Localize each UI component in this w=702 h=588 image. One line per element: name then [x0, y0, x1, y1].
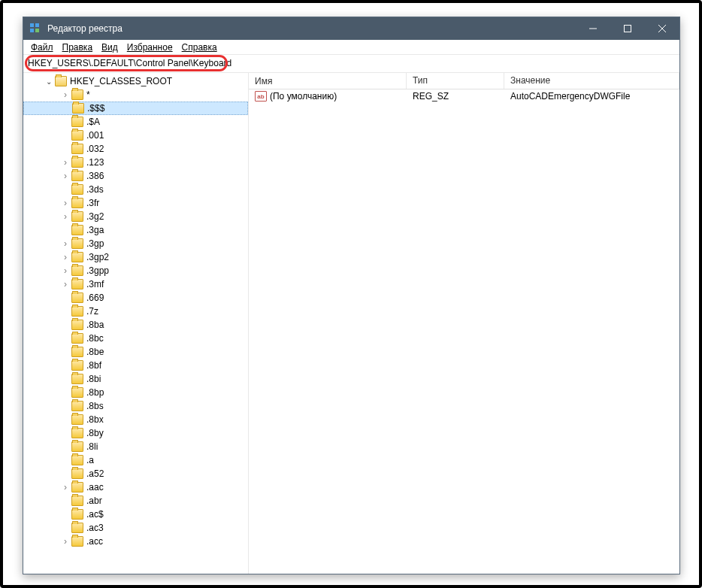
- menu-view[interactable]: Вид: [97, 41, 123, 54]
- tree-node[interactable]: .8bp: [23, 386, 248, 399]
- menu-favorites[interactable]: Избранное: [123, 41, 177, 54]
- tree-node[interactable]: .032: [23, 142, 248, 156]
- folder-icon: [71, 496, 83, 506]
- expander-icon[interactable]: [59, 279, 71, 289]
- tree-node[interactable]: .a52: [23, 467, 248, 480]
- tree-node[interactable]: .8bx: [23, 413, 248, 426]
- tree-node[interactable]: .7z: [23, 305, 248, 318]
- folder-icon: [71, 238, 83, 249]
- svg-rect-3: [35, 29, 39, 32]
- tree-node[interactable]: .123: [23, 156, 248, 169]
- header-type[interactable]: Тип: [407, 73, 504, 89]
- tree-node[interactable]: .3ds: [23, 183, 248, 196]
- folder-icon: [55, 76, 67, 86]
- tree-node[interactable]: .8bi: [23, 372, 248, 386]
- menu-help[interactable]: Справка: [177, 41, 222, 54]
- expander-icon[interactable]: [59, 252, 71, 262]
- folder-icon: [71, 198, 83, 208]
- tree-node[interactable]: .8be: [23, 345, 248, 359]
- tree-node[interactable]: .ac3: [23, 521, 248, 535]
- node-label: .8bp: [86, 387, 104, 398]
- window-title: Редактор реестра: [47, 23, 576, 34]
- tree-node[interactable]: .3gp: [23, 237, 248, 250]
- string-value-icon: ab: [255, 91, 267, 102]
- tree-root-node[interactable]: HKEY_CLASSES_ROOT: [23, 74, 248, 88]
- folder-icon: [71, 414, 83, 425]
- expander-icon[interactable]: [59, 157, 71, 168]
- titlebar[interactable]: Редактор реестра: [23, 17, 679, 40]
- maximize-button[interactable]: [610, 17, 645, 40]
- tree-node[interactable]: .8bs: [23, 399, 248, 413]
- folder-icon: [71, 468, 83, 479]
- address-input[interactable]: [23, 55, 679, 71]
- expander-icon[interactable]: [59, 265, 71, 276]
- menu-edit[interactable]: Правка: [58, 41, 98, 54]
- header-value[interactable]: Значение: [504, 73, 679, 89]
- tree-node[interactable]: .3fr: [23, 196, 248, 210]
- node-label: .032: [86, 144, 104, 154]
- expander-icon[interactable]: [59, 536, 71, 547]
- node-label: .3mf: [86, 279, 104, 289]
- minimize-button[interactable]: [576, 17, 610, 40]
- addressbar-container: [23, 55, 679, 73]
- node-label: .abr: [86, 496, 102, 506]
- node-label: .acc: [86, 536, 103, 547]
- tree-node[interactable]: .3gp2: [23, 250, 248, 264]
- close-button[interactable]: [645, 17, 679, 40]
- tree-node[interactable]: *: [23, 88, 248, 102]
- menu-file[interactable]: Файл: [26, 41, 58, 54]
- node-label: .8bf: [86, 360, 101, 371]
- folder-icon: [72, 103, 84, 114]
- value-data: AutoCADEmergencyDWGFile: [504, 91, 679, 102]
- tree-node[interactable]: .8by: [23, 426, 248, 440]
- folder-icon: [71, 401, 83, 411]
- folder-icon: [71, 89, 83, 100]
- expander-icon[interactable]: [59, 211, 71, 222]
- expander-icon[interactable]: [59, 171, 71, 181]
- tree-node[interactable]: .abr: [23, 494, 248, 508]
- tree-node[interactable]: .8li: [23, 440, 248, 453]
- value-name: (По умолчанию): [270, 91, 337, 102]
- expander-icon[interactable]: [59, 238, 71, 249]
- folder-icon: [71, 482, 83, 493]
- svg-rect-0: [30, 23, 34, 27]
- expander-icon[interactable]: [59, 482, 71, 493]
- tree-node[interactable]: .669: [23, 291, 248, 305]
- tree-node[interactable]: .acc: [23, 535, 248, 548]
- header-name[interactable]: Имя: [249, 73, 407, 89]
- tree-node[interactable]: .3g2: [23, 210, 248, 223]
- tree-node[interactable]: .001: [23, 129, 248, 142]
- folder-icon: [71, 117, 83, 127]
- tree-node[interactable]: .8ba: [23, 318, 248, 332]
- tree-node[interactable]: .8bc: [23, 332, 248, 345]
- tree-node[interactable]: .aac: [23, 480, 248, 494]
- tree-node[interactable]: .3ga: [23, 223, 248, 237]
- node-label: .ac3: [86, 523, 104, 533]
- node-label: .$$$: [87, 103, 104, 114]
- tree-node[interactable]: .386: [23, 169, 248, 183]
- tree-node[interactable]: .3gpp: [23, 264, 248, 277]
- folder-icon: [71, 455, 83, 465]
- tree-node[interactable]: .3mf: [23, 277, 248, 291]
- list-body[interactable]: ab(По умолчанию)REG_SZAutoCADEmergencyDW…: [249, 89, 679, 574]
- tree-node[interactable]: .ac$: [23, 508, 248, 521]
- list-header: Имя Тип Значение: [249, 73, 679, 89]
- svg-rect-1: [35, 23, 39, 27]
- expander-icon[interactable]: [59, 89, 71, 100]
- expander-icon[interactable]: [43, 77, 55, 86]
- tree-node[interactable]: .a: [23, 453, 248, 467]
- tree-node[interactable]: .$$$: [23, 102, 248, 115]
- node-label: .3fr: [86, 198, 99, 208]
- node-label: .8be: [86, 347, 104, 357]
- expander-icon[interactable]: [59, 198, 71, 208]
- tree-node[interactable]: .$A: [23, 115, 248, 129]
- list-row[interactable]: ab(По умолчанию)REG_SZAutoCADEmergencyDW…: [249, 89, 679, 103]
- folder-icon: [71, 252, 83, 262]
- tree-scroll[interactable]: HKEY_CLASSES_ROOT*.$$$.$A.001.032.123.38…: [23, 73, 248, 574]
- svg-rect-5: [625, 26, 631, 32]
- folder-icon: [71, 157, 83, 168]
- folder-icon: [71, 211, 83, 222]
- tree-node[interactable]: .8bf: [23, 359, 248, 372]
- folder-icon: [71, 320, 83, 330]
- folder-icon: [71, 536, 83, 547]
